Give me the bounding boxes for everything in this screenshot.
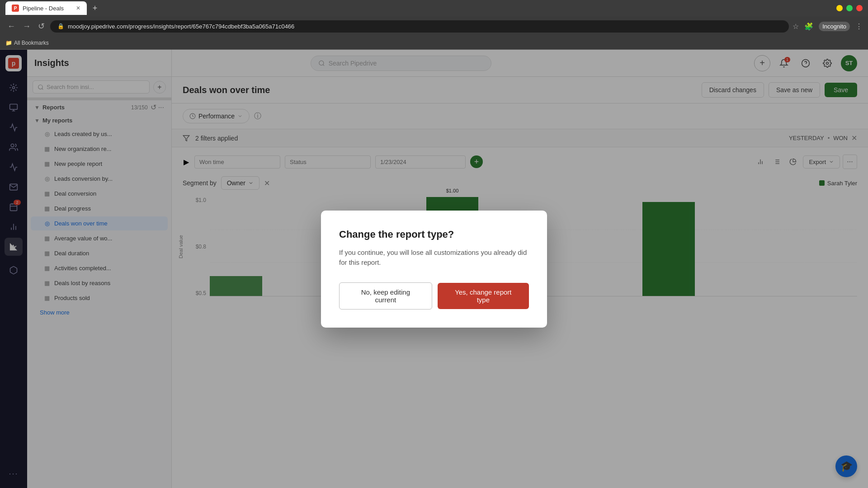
change-report-type-modal: Change the report type? If you continue,… [321,211,547,328]
bookmarks-label: All Bookmarks [14,40,49,46]
modal-body: If you continue, you will lose all custo… [339,248,529,268]
bookmarks-folder-icon: 📁 [5,40,12,46]
nav-forward-button[interactable]: → [21,20,33,33]
window-maximize[interactable] [846,5,853,11]
modal-overlay[interactable]: Change the report type? If you continue,… [0,50,868,488]
modal-confirm-button[interactable]: Yes, change report type [438,283,529,309]
new-tab-button[interactable]: + [89,2,101,14]
tab-favicon: P [12,5,19,12]
nav-refresh-button[interactable]: ↺ [36,19,47,33]
profile-icon[interactable]: Incognito [819,22,850,31]
tab-title: Pipeline - Deals [23,5,64,12]
lock-icon: 🔒 [57,23,64,29]
modal-title: Change the report type? [339,229,529,240]
url-display: moodjoy.pipedrive.com/progress/insights/… [68,23,782,30]
bookmark-star-icon[interactable]: ☆ [793,22,799,31]
modal-cancel-button[interactable]: No, keep editing current [339,282,432,310]
address-bar[interactable]: 🔒 moodjoy.pipedrive.com/progress/insight… [50,20,789,33]
nav-back-button[interactable]: ← [5,20,17,33]
modal-actions: No, keep editing current Yes, change rep… [339,282,529,310]
window-minimize[interactable] [836,5,843,11]
window-close[interactable] [856,5,863,11]
tab-close-button[interactable]: ✕ [76,5,80,11]
extensions-icon[interactable]: 🧩 [804,22,813,31]
menu-icon[interactable]: ⋮ [855,22,863,31]
browser-tab[interactable]: P Pipeline - Deals ✕ [5,1,87,15]
